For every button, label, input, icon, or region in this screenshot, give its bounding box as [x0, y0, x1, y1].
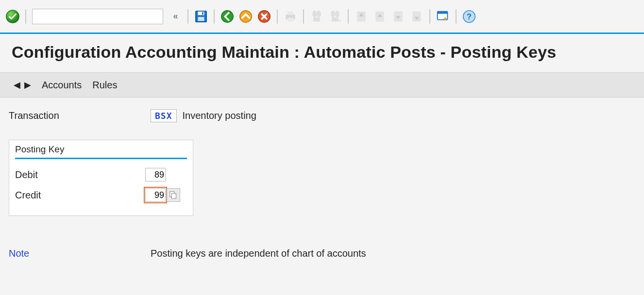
last-page-button [409, 9, 424, 24]
command-field[interactable] [32, 9, 163, 24]
find-next-button [327, 9, 343, 24]
collapse-command-field-icon: « [173, 11, 176, 21]
svg-rect-14 [313, 17, 320, 21]
svg-rect-21 [412, 11, 421, 21]
help-icon: ? [462, 9, 476, 24]
credit-row: Credit [15, 186, 187, 204]
svg-rect-13 [312, 14, 321, 16]
separator [303, 9, 304, 24]
svg-point-6 [240, 10, 252, 22]
previous-page-button [372, 9, 388, 24]
find-button [309, 9, 324, 24]
separator [214, 9, 215, 24]
search-help-icon [169, 191, 178, 199]
posting-key-group: Posting Key Debit Credit [9, 140, 193, 216]
next-page-icon [391, 10, 405, 23]
create-session-icon [436, 9, 450, 24]
new-session-button[interactable] [435, 9, 451, 24]
transaction-row: Transaction BSX Inventory posting [9, 109, 635, 122]
svg-rect-3 [198, 16, 204, 20]
application-toolbar: ◀ ▶ Accounts Rules [0, 72, 644, 98]
svg-rect-23 [438, 11, 448, 14]
next-entry-button[interactable]: ▶ [24, 80, 31, 90]
save-button[interactable] [193, 9, 209, 24]
previous-entry-button[interactable]: ◀ [14, 80, 20, 90]
transaction-code: BSX [151, 109, 177, 122]
next-page-button [390, 9, 406, 24]
content-area: Transaction BSX Inventory posting Postin… [0, 98, 644, 259]
cancel-icon [257, 9, 271, 24]
svg-rect-4 [202, 12, 203, 15]
separator [456, 9, 457, 24]
posting-key-group-title: Posting Key [15, 144, 187, 159]
credit-search-help-button[interactable] [167, 188, 180, 202]
system-toolbar: « [0, 0, 644, 34]
rules-button[interactable]: Rules [92, 80, 117, 91]
svg-rect-27 [171, 193, 176, 198]
debit-label: Debit [15, 169, 145, 180]
exit-button[interactable] [238, 9, 254, 24]
collapse-command-button[interactable]: « [167, 9, 183, 24]
back-icon [220, 9, 235, 24]
print-icon [284, 10, 297, 23]
save-icon [194, 9, 208, 24]
first-page-button [354, 9, 369, 24]
note-text: Posting keys are independent of chart of… [151, 248, 366, 259]
separator [187, 9, 188, 24]
credit-label: Credit [15, 190, 145, 201]
svg-point-15 [331, 10, 335, 17]
svg-rect-17 [332, 17, 339, 21]
debit-input[interactable] [145, 168, 166, 181]
back-button[interactable] [220, 9, 235, 24]
transaction-description: Inventory posting [183, 110, 256, 121]
page-title: Configuration Accounting Maintain : Auto… [0, 34, 644, 72]
separator [277, 9, 278, 24]
exit-icon [238, 9, 253, 24]
svg-text:?: ? [467, 12, 472, 21]
find-next-icon [328, 10, 342, 23]
enter-ok-icon [5, 9, 20, 24]
accounts-button[interactable]: Accounts [42, 80, 82, 91]
print-button [283, 9, 298, 24]
previous-page-icon [373, 10, 387, 23]
first-page-icon [355, 10, 368, 23]
last-page-icon [410, 10, 424, 23]
credit-input[interactable] [145, 188, 166, 202]
cancel-button[interactable] [256, 9, 272, 24]
svg-point-5 [221, 10, 233, 22]
enter-button[interactable] [5, 9, 20, 24]
find-icon [310, 10, 323, 23]
transaction-label: Transaction [9, 110, 151, 121]
help-button[interactable]: ? [461, 9, 477, 24]
note-label: Note [9, 248, 151, 259]
svg-rect-10 [288, 17, 293, 21]
separator [348, 9, 349, 24]
svg-rect-18 [357, 11, 366, 21]
debit-row: Debit [15, 166, 187, 183]
svg-point-16 [335, 10, 339, 17]
separator [429, 9, 430, 24]
note-row: Note Posting keys are independent of cha… [9, 248, 635, 259]
separator [25, 9, 26, 24]
svg-rect-9 [288, 11, 293, 15]
